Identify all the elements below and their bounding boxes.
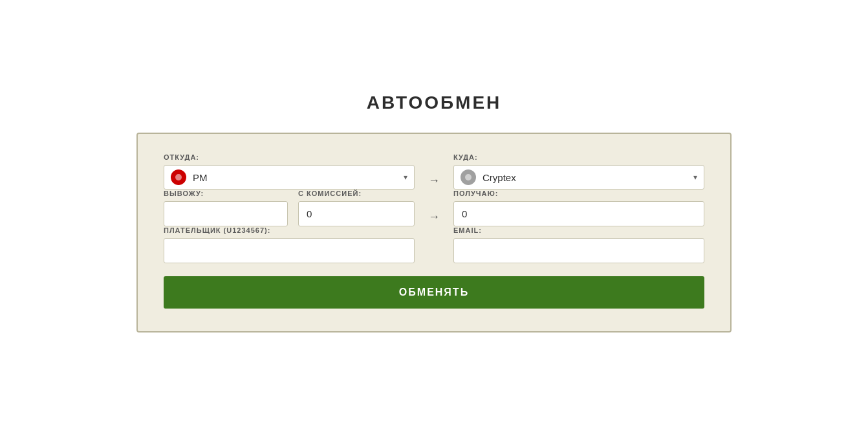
withdraw-label: ВЫВОЖУ: bbox=[164, 190, 288, 197]
from-select-arrow-icon: ▾ bbox=[404, 173, 407, 182]
payer-spacer bbox=[415, 226, 453, 247]
email-column: EMAIL: bbox=[453, 226, 704, 263]
amount-row: ВЫВОЖУ: С КОМИССИЕЙ: → ПОЛУЧАЮ: bbox=[164, 190, 704, 226]
amount-arrow-spacer: → bbox=[415, 190, 453, 224]
cryptex-icon-inner bbox=[465, 174, 472, 180]
currency-arrow-icon: → bbox=[415, 174, 453, 188]
payer-label: ПЛАТЕЛЬЩИК (U1234567): bbox=[164, 226, 415, 234]
amount-arrow-icon: → bbox=[415, 210, 453, 224]
from-column: ОТКУДА: PM ▾ bbox=[164, 153, 415, 190]
to-currency-wrapper[interactable]: Cryptex ▾ bbox=[453, 165, 704, 190]
commission-group: С КОМИССИЕЙ: bbox=[298, 190, 415, 226]
receive-input[interactable] bbox=[453, 201, 704, 226]
withdraw-group: ВЫВОЖУ: bbox=[164, 190, 288, 226]
to-select-arrow-icon: ▾ bbox=[693, 173, 697, 182]
from-currency-select[interactable]: PM bbox=[193, 172, 404, 183]
receive-column: ПОЛУЧАЮ: bbox=[453, 190, 704, 226]
withdraw-input[interactable] bbox=[164, 201, 288, 226]
payer-column: ПЛАТЕЛЬЩИК (U1234567): bbox=[164, 226, 415, 263]
pm-icon bbox=[171, 169, 186, 185]
to-label: КУДА: bbox=[453, 153, 704, 161]
receive-label: ПОЛУЧАЮ: bbox=[453, 190, 704, 197]
cryptex-icon bbox=[461, 169, 476, 185]
commission-input[interactable] bbox=[298, 201, 415, 226]
page-wrapper: АВТООБМЕН ОТКУДА: PM ▾ → КУ bbox=[0, 67, 868, 358]
email-label: EMAIL: bbox=[453, 226, 704, 234]
from-label: ОТКУДА: bbox=[164, 153, 415, 161]
submit-button[interactable]: ОБМЕНЯТЬ bbox=[164, 276, 704, 309]
from-currency-wrapper[interactable]: PM ▾ bbox=[164, 165, 415, 190]
email-input[interactable] bbox=[453, 238, 704, 263]
withdraw-column: ВЫВОЖУ: С КОМИССИЕЙ: bbox=[164, 190, 415, 226]
payer-email-row: ПЛАТЕЛЬЩИК (U1234567): EMAIL: bbox=[164, 226, 704, 263]
currency-row: ОТКУДА: PM ▾ → КУДА: bbox=[164, 153, 704, 190]
page-title: АВТООБМЕН bbox=[367, 93, 502, 113]
pm-icon-inner bbox=[175, 174, 182, 180]
currency-arrow-spacer: → bbox=[415, 153, 453, 188]
to-column: КУДА: Cryptex ▾ bbox=[453, 153, 704, 190]
exchange-box: ОТКУДА: PM ▾ → КУДА: bbox=[136, 133, 732, 332]
commission-label: С КОМИССИЕЙ: bbox=[298, 190, 415, 197]
to-currency-select[interactable]: Cryptex bbox=[483, 172, 693, 183]
payer-input[interactable] bbox=[164, 238, 415, 263]
